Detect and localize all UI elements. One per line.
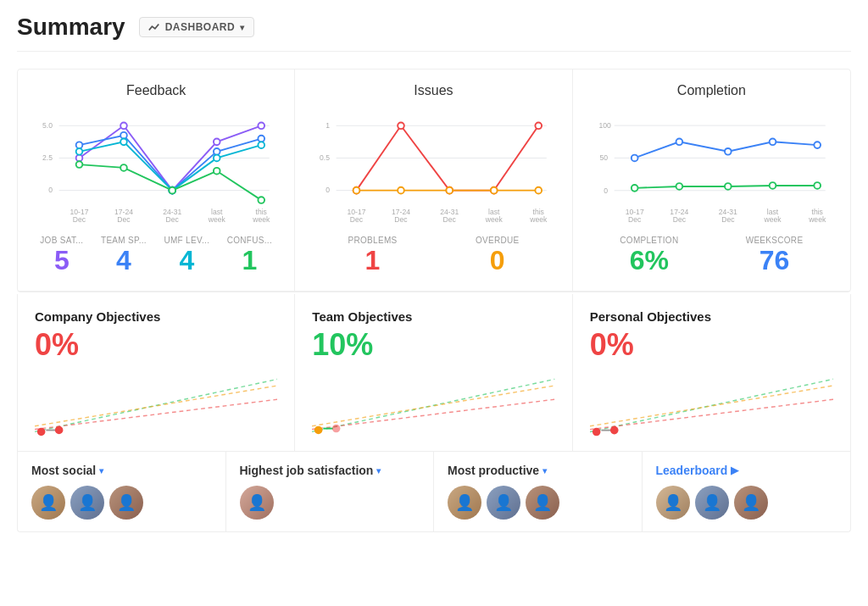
- svg-point-86: [769, 182, 776, 189]
- completion-stat-pct: COMPLETION 6%: [620, 236, 678, 274]
- team-obj-title: Team Objectives: [312, 309, 554, 324]
- avatar[interactable]: 👤: [240, 486, 274, 520]
- svg-text:Dec: Dec: [443, 215, 457, 224]
- svg-text:week: week: [763, 215, 782, 224]
- svg-line-100: [590, 379, 833, 431]
- svg-point-33: [169, 187, 175, 194]
- bottom-row: Most social ▾ 👤 👤 👤 Highest job satisfac…: [17, 452, 851, 532]
- svg-point-53: [398, 122, 404, 129]
- issues-chart: 1 0.5 0 10-17 Dec 17-24 Dec 24-31 Dec la…: [312, 107, 554, 225]
- most-social-label: Most social: [31, 464, 96, 477]
- team-objectives-card: Team Objectives 10%: [295, 294, 572, 451]
- most-productive-avatars: 👤 👤 👤: [448, 486, 628, 520]
- svg-text:Dec: Dec: [672, 215, 686, 224]
- personal-obj-pct: 0%: [590, 327, 833, 363]
- dashboard-label: DASHBOARD: [165, 21, 236, 33]
- completion-value: 6%: [620, 247, 678, 274]
- svg-rect-92: [46, 430, 55, 431]
- feedback-stat-3-value: 4: [164, 247, 209, 274]
- most-productive-label: Most productive: [448, 464, 539, 477]
- svg-point-82: [814, 142, 821, 148]
- most-social-avatars: 👤 👤 👤: [31, 486, 212, 520]
- feedback-stat-4-value: 1: [227, 247, 272, 274]
- svg-text:Dec: Dec: [166, 215, 180, 224]
- svg-text:week: week: [808, 215, 826, 224]
- highest-satisfaction-chevron[interactable]: ▾: [376, 466, 381, 475]
- feedback-stat-2-value: 4: [101, 247, 147, 274]
- team-obj-chart: [312, 370, 554, 437]
- svg-point-34: [214, 168, 220, 175]
- charts-grid: Feedback 5.0 2.5 0 10-17 Dec 17-24 Dec 2…: [17, 69, 851, 292]
- feedback-stat-4: CONFUS... 1: [227, 236, 272, 274]
- svg-text:Dec: Dec: [117, 215, 131, 224]
- highest-satisfaction-card: Highest job satisfaction ▾ 👤: [226, 452, 435, 531]
- svg-line-88: [35, 379, 277, 431]
- svg-text:0: 0: [604, 186, 608, 195]
- most-social-chevron[interactable]: ▾: [99, 466, 103, 475]
- svg-text:Dec: Dec: [73, 215, 86, 224]
- avatar[interactable]: 👤: [695, 486, 729, 520]
- avatar[interactable]: 👤: [448, 486, 481, 520]
- company-obj-title: Company Objectives: [35, 309, 277, 324]
- company-objectives-card: Company Objectives 0%: [18, 294, 295, 451]
- svg-rect-104: [601, 430, 610, 431]
- svg-point-93: [55, 426, 64, 435]
- svg-text:Dec: Dec: [350, 215, 364, 224]
- highest-satisfaction-title: Highest job satisfaction ▾: [240, 464, 420, 477]
- svg-point-24: [214, 148, 220, 155]
- feedback-stat-2: TEAM SP... 4: [101, 236, 147, 274]
- avatar[interactable]: 👤: [109, 486, 143, 520]
- chevron-icon: ▾: [240, 23, 245, 32]
- svg-point-26: [76, 148, 83, 155]
- svg-text:week: week: [252, 215, 270, 224]
- personal-obj-title: Personal Objectives: [590, 309, 833, 324]
- issues-stats: PROBLEMS 1 OVERDUE 0: [312, 236, 554, 274]
- page-header: Summary DASHBOARD ▾: [17, 14, 851, 52]
- feedback-stat-4-label: CONFUS...: [227, 236, 272, 245]
- company-obj-pct: 0%: [35, 327, 277, 363]
- svg-point-30: [258, 142, 264, 148]
- svg-point-99: [332, 425, 341, 433]
- leaderboard-title[interactable]: Leaderboard ▶: [656, 464, 837, 477]
- completion-label: COMPLETION: [620, 236, 678, 245]
- svg-point-25: [258, 136, 264, 142]
- avatar[interactable]: 👤: [487, 486, 520, 520]
- dashboard-button[interactable]: DASHBOARD ▾: [139, 17, 254, 37]
- completion-title: Completion: [590, 83, 833, 98]
- svg-point-105: [610, 426, 619, 435]
- leaderboard-label: Leaderboard: [656, 464, 728, 477]
- svg-rect-98: [324, 428, 333, 430]
- svg-point-31: [76, 161, 83, 168]
- svg-point-80: [725, 148, 732, 155]
- overdue-label: OVERDUE: [476, 236, 520, 245]
- avatar[interactable]: 👤: [734, 486, 768, 520]
- svg-point-35: [258, 197, 264, 203]
- issues-title: Issues: [312, 83, 554, 98]
- avatar[interactable]: 👤: [31, 486, 65, 520]
- svg-point-16: [76, 155, 83, 162]
- issues-stat-problems: PROBLEMS 1: [348, 236, 398, 274]
- avatar[interactable]: 👤: [656, 486, 690, 520]
- svg-point-19: [214, 139, 220, 146]
- svg-point-32: [120, 164, 127, 171]
- svg-point-22: [120, 132, 127, 139]
- feedback-stat-3: UMF LEV... 4: [164, 236, 209, 274]
- svg-text:week: week: [208, 215, 226, 224]
- most-productive-chevron[interactable]: ▾: [542, 466, 547, 475]
- svg-text:week: week: [485, 215, 504, 224]
- svg-text:Dec: Dec: [628, 215, 642, 224]
- avatar[interactable]: 👤: [526, 486, 559, 520]
- leaderboard-chevron[interactable]: ▶: [731, 464, 738, 476]
- issues-stat-overdue: OVERDUE 0: [476, 236, 520, 274]
- feedback-stats: JOB SAT... 5 TEAM SP... 4 UMF LEV... 4 C…: [35, 236, 277, 274]
- svg-point-20: [258, 122, 264, 129]
- svg-point-91: [37, 428, 46, 436]
- most-productive-card: Most productive ▾ 👤 👤 👤: [434, 452, 643, 531]
- objectives-grid: Company Objectives 0% Team Objectives 10…: [17, 294, 851, 452]
- leaderboard-avatars: 👤 👤 👤: [656, 486, 837, 520]
- highest-satisfaction-label: Highest job satisfaction: [240, 464, 374, 477]
- svg-line-102: [590, 399, 833, 429]
- feedback-stat-1: JOB SAT... 5: [40, 236, 83, 274]
- svg-point-84: [676, 183, 682, 190]
- avatar[interactable]: 👤: [70, 486, 104, 520]
